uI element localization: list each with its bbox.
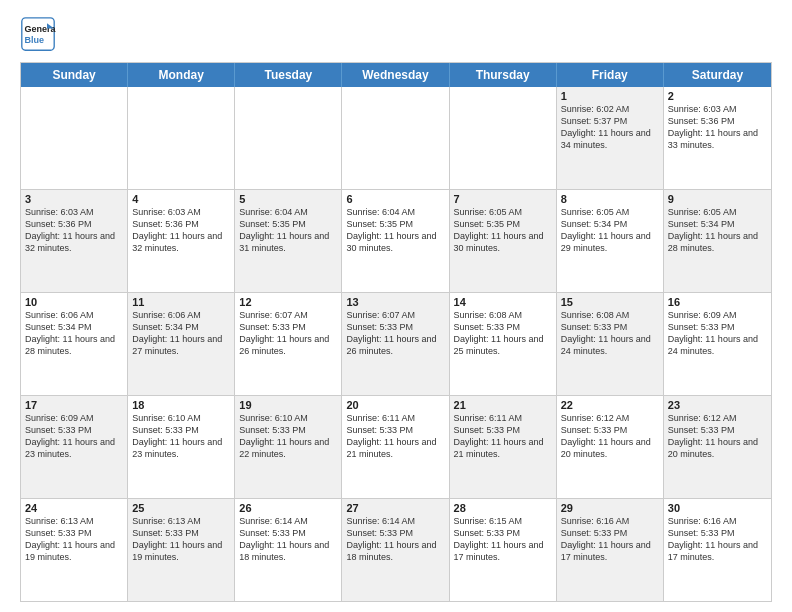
cell-info: Sunrise: 6:02 AM Sunset: 5:37 PM Dayligh… [561, 103, 659, 152]
cell-info: Sunrise: 6:06 AM Sunset: 5:34 PM Dayligh… [132, 309, 230, 358]
calendar-header: SundayMondayTuesdayWednesdayThursdayFrid… [21, 63, 771, 87]
calendar-cell: 16Sunrise: 6:09 AM Sunset: 5:33 PM Dayli… [664, 293, 771, 395]
cell-info: Sunrise: 6:03 AM Sunset: 5:36 PM Dayligh… [668, 103, 767, 152]
calendar-cell: 13Sunrise: 6:07 AM Sunset: 5:33 PM Dayli… [342, 293, 449, 395]
day-number: 2 [668, 90, 767, 102]
cell-info: Sunrise: 6:05 AM Sunset: 5:34 PM Dayligh… [668, 206, 767, 255]
cell-info: Sunrise: 6:03 AM Sunset: 5:36 PM Dayligh… [25, 206, 123, 255]
calendar-cell: 26Sunrise: 6:14 AM Sunset: 5:33 PM Dayli… [235, 499, 342, 601]
day-number: 18 [132, 399, 230, 411]
cell-info: Sunrise: 6:08 AM Sunset: 5:33 PM Dayligh… [454, 309, 552, 358]
cell-info: Sunrise: 6:13 AM Sunset: 5:33 PM Dayligh… [132, 515, 230, 564]
calendar-cell: 19Sunrise: 6:10 AM Sunset: 5:33 PM Dayli… [235, 396, 342, 498]
day-number: 27 [346, 502, 444, 514]
header-day-friday: Friday [557, 63, 664, 87]
calendar-cell: 14Sunrise: 6:08 AM Sunset: 5:33 PM Dayli… [450, 293, 557, 395]
cell-info: Sunrise: 6:07 AM Sunset: 5:33 PM Dayligh… [346, 309, 444, 358]
cell-info: Sunrise: 6:09 AM Sunset: 5:33 PM Dayligh… [668, 309, 767, 358]
cell-info: Sunrise: 6:12 AM Sunset: 5:33 PM Dayligh… [561, 412, 659, 461]
header-day-monday: Monday [128, 63, 235, 87]
day-number: 25 [132, 502, 230, 514]
logo: General Blue [20, 16, 56, 52]
calendar-cell [235, 87, 342, 189]
header-day-sunday: Sunday [21, 63, 128, 87]
calendar-cell: 2Sunrise: 6:03 AM Sunset: 5:36 PM Daylig… [664, 87, 771, 189]
header-day-thursday: Thursday [450, 63, 557, 87]
calendar-cell [450, 87, 557, 189]
day-number: 23 [668, 399, 767, 411]
calendar-cell: 10Sunrise: 6:06 AM Sunset: 5:34 PM Dayli… [21, 293, 128, 395]
calendar-row-4: 24Sunrise: 6:13 AM Sunset: 5:33 PM Dayli… [21, 499, 771, 601]
calendar-cell: 25Sunrise: 6:13 AM Sunset: 5:33 PM Dayli… [128, 499, 235, 601]
calendar-cell: 5Sunrise: 6:04 AM Sunset: 5:35 PM Daylig… [235, 190, 342, 292]
cell-info: Sunrise: 6:05 AM Sunset: 5:35 PM Dayligh… [454, 206, 552, 255]
calendar-cell: 11Sunrise: 6:06 AM Sunset: 5:34 PM Dayli… [128, 293, 235, 395]
cell-info: Sunrise: 6:14 AM Sunset: 5:33 PM Dayligh… [346, 515, 444, 564]
cell-info: Sunrise: 6:10 AM Sunset: 5:33 PM Dayligh… [132, 412, 230, 461]
cell-info: Sunrise: 6:11 AM Sunset: 5:33 PM Dayligh… [346, 412, 444, 461]
logo-icon: General Blue [20, 16, 56, 52]
calendar-cell: 22Sunrise: 6:12 AM Sunset: 5:33 PM Dayli… [557, 396, 664, 498]
day-number: 22 [561, 399, 659, 411]
calendar-row-1: 3Sunrise: 6:03 AM Sunset: 5:36 PM Daylig… [21, 190, 771, 293]
calendar-cell: 7Sunrise: 6:05 AM Sunset: 5:35 PM Daylig… [450, 190, 557, 292]
calendar-cell [21, 87, 128, 189]
calendar-cell: 27Sunrise: 6:14 AM Sunset: 5:33 PM Dayli… [342, 499, 449, 601]
day-number: 16 [668, 296, 767, 308]
day-number: 21 [454, 399, 552, 411]
cell-info: Sunrise: 6:10 AM Sunset: 5:33 PM Dayligh… [239, 412, 337, 461]
cell-info: Sunrise: 6:13 AM Sunset: 5:33 PM Dayligh… [25, 515, 123, 564]
day-number: 17 [25, 399, 123, 411]
calendar-cell: 15Sunrise: 6:08 AM Sunset: 5:33 PM Dayli… [557, 293, 664, 395]
cell-info: Sunrise: 6:11 AM Sunset: 5:33 PM Dayligh… [454, 412, 552, 461]
day-number: 13 [346, 296, 444, 308]
calendar-cell: 9Sunrise: 6:05 AM Sunset: 5:34 PM Daylig… [664, 190, 771, 292]
cell-info: Sunrise: 6:05 AM Sunset: 5:34 PM Dayligh… [561, 206, 659, 255]
header-day-wednesday: Wednesday [342, 63, 449, 87]
calendar-cell: 23Sunrise: 6:12 AM Sunset: 5:33 PM Dayli… [664, 396, 771, 498]
day-number: 1 [561, 90, 659, 102]
day-number: 10 [25, 296, 123, 308]
day-number: 20 [346, 399, 444, 411]
day-number: 28 [454, 502, 552, 514]
day-number: 12 [239, 296, 337, 308]
calendar-cell: 1Sunrise: 6:02 AM Sunset: 5:37 PM Daylig… [557, 87, 664, 189]
calendar-cell: 6Sunrise: 6:04 AM Sunset: 5:35 PM Daylig… [342, 190, 449, 292]
calendar-cell: 28Sunrise: 6:15 AM Sunset: 5:33 PM Dayli… [450, 499, 557, 601]
day-number: 15 [561, 296, 659, 308]
day-number: 29 [561, 502, 659, 514]
page: General Blue SundayMondayTuesdayWednesda… [0, 0, 792, 612]
day-number: 3 [25, 193, 123, 205]
day-number: 19 [239, 399, 337, 411]
calendar-row-3: 17Sunrise: 6:09 AM Sunset: 5:33 PM Dayli… [21, 396, 771, 499]
calendar-body: 1Sunrise: 6:02 AM Sunset: 5:37 PM Daylig… [21, 87, 771, 601]
calendar-cell: 17Sunrise: 6:09 AM Sunset: 5:33 PM Dayli… [21, 396, 128, 498]
calendar-row-2: 10Sunrise: 6:06 AM Sunset: 5:34 PM Dayli… [21, 293, 771, 396]
cell-info: Sunrise: 6:03 AM Sunset: 5:36 PM Dayligh… [132, 206, 230, 255]
cell-info: Sunrise: 6:08 AM Sunset: 5:33 PM Dayligh… [561, 309, 659, 358]
day-number: 26 [239, 502, 337, 514]
cell-info: Sunrise: 6:15 AM Sunset: 5:33 PM Dayligh… [454, 515, 552, 564]
cell-info: Sunrise: 6:09 AM Sunset: 5:33 PM Dayligh… [25, 412, 123, 461]
cell-info: Sunrise: 6:07 AM Sunset: 5:33 PM Dayligh… [239, 309, 337, 358]
cell-info: Sunrise: 6:04 AM Sunset: 5:35 PM Dayligh… [346, 206, 444, 255]
calendar-cell: 29Sunrise: 6:16 AM Sunset: 5:33 PM Dayli… [557, 499, 664, 601]
day-number: 5 [239, 193, 337, 205]
calendar-cell: 4Sunrise: 6:03 AM Sunset: 5:36 PM Daylig… [128, 190, 235, 292]
day-number: 24 [25, 502, 123, 514]
calendar-cell: 20Sunrise: 6:11 AM Sunset: 5:33 PM Dayli… [342, 396, 449, 498]
calendar-cell: 24Sunrise: 6:13 AM Sunset: 5:33 PM Dayli… [21, 499, 128, 601]
calendar-cell: 30Sunrise: 6:16 AM Sunset: 5:33 PM Dayli… [664, 499, 771, 601]
day-number: 14 [454, 296, 552, 308]
day-number: 9 [668, 193, 767, 205]
calendar: SundayMondayTuesdayWednesdayThursdayFrid… [20, 62, 772, 602]
day-number: 11 [132, 296, 230, 308]
day-number: 8 [561, 193, 659, 205]
header-day-tuesday: Tuesday [235, 63, 342, 87]
svg-text:General: General [25, 24, 57, 34]
day-number: 6 [346, 193, 444, 205]
header-day-saturday: Saturday [664, 63, 771, 87]
cell-info: Sunrise: 6:12 AM Sunset: 5:33 PM Dayligh… [668, 412, 767, 461]
calendar-cell: 18Sunrise: 6:10 AM Sunset: 5:33 PM Dayli… [128, 396, 235, 498]
day-number: 4 [132, 193, 230, 205]
